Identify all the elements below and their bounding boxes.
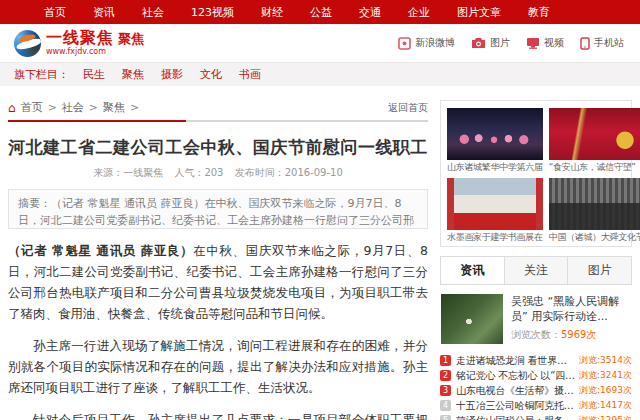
photo-card[interactable]: 山东诸城繁华中学第六届 [447, 108, 543, 175]
featured-title: 吴强忠 “黑脸人民调解员” 用实际行动诠... [511, 294, 631, 324]
nav-item-traffic[interactable]: 交通 [359, 5, 381, 20]
list-item: 4 十五冶三公司哈铜阿克托盖项目 浏览:1417次 [440, 398, 632, 413]
breadcrumb-accent-line [8, 120, 186, 122]
globe-logo-icon [14, 30, 41, 57]
breadcrumb-home[interactable]: 首页 [21, 100, 43, 115]
top-navigation: 首页 资讯 社会 123视频 财经 公益 交通 企业 图片文章 教育 [0, 0, 640, 24]
nav-item-123video[interactable]: 123视频 [191, 5, 234, 20]
article-paragraph-3: 针对今后项目工作，孙主席提出了几点要求：一是项目部全体职工要把安全当作最大的效益… [8, 409, 428, 420]
list-item-title[interactable]: 铭记党心 不忘初心 以“四讲四 [456, 369, 575, 383]
video-link[interactable]: 视频 [526, 36, 564, 50]
mobile-site-link[interactable]: 手机站 [580, 36, 624, 50]
list-item: 3 山东电视台《生活帮》摄制组来 浏览:1693次 [440, 383, 632, 398]
back-home-link[interactable]: 返回首页 [388, 101, 428, 115]
featured-article[interactable]: 吴强忠 “黑脸人民调解员” 用实际行动诠... 浏览次数：5969次 [440, 285, 632, 351]
sidebar-tabs: 资讯 关注 图片 [440, 256, 632, 285]
pictures-link[interactable]: 图片 [471, 36, 510, 50]
rank-badge: 1 [440, 355, 451, 366]
list-item-title[interactable]: 十五冶三公司哈铜阿克托盖项目 [456, 399, 575, 413]
ranked-article-list: 1 走进诸城恐龙涧 看世界地质奇观 浏览:3514次 2 铭记党心 不忘初心 以… [440, 353, 632, 420]
list-item-views: 浏览:3241次 [579, 369, 632, 382]
nav-item-home[interactable]: 首页 [44, 5, 66, 20]
list-item-title[interactable]: 菏泽仿山国税分局：服务凸显 [456, 414, 575, 420]
list-item: 2 铭记党心 不忘初心 以“四讲四 浏览:3241次 [440, 368, 632, 383]
weibo-icon [398, 37, 411, 50]
logo-url: www.fxjdv.com [46, 48, 144, 56]
article-date: 发布时间：2016-09-10 [235, 167, 343, 178]
article-popularity: 人气：203 [174, 167, 223, 178]
rank-badge: 3 [440, 385, 451, 396]
article-title: 河北建工省二建公司工会中秋、国庆节前慰问一线职工 [8, 136, 428, 159]
nav-item-enterprise[interactable]: 企业 [408, 5, 430, 20]
site-header: 一线聚焦聚焦 www.fxjdv.com 新浪微博 图片 视频 手机站 [0, 24, 640, 62]
list-item-views: 浏览:1295次 [579, 414, 632, 420]
rank-badge: 4 [440, 400, 451, 411]
article-source: 来源：一线聚焦 [93, 167, 163, 178]
logo-title: 一线聚焦 [46, 28, 114, 47]
photo-caption: 水墨画家于建学书画展在 [447, 230, 543, 245]
article-paragraph-2: 孙主席一行进入现场了解施工情况，询问工程进展和存在的困难，并分别就各个项目的实际… [8, 335, 428, 398]
photo-caption: “食安山东，诚信守望” [549, 160, 640, 175]
nav-item-finance[interactable]: 财经 [261, 5, 283, 20]
list-item-views: 浏览:3514次 [579, 354, 632, 367]
breadcrumb: ⌂ 首页 > 社会 > 聚焦 > 返回首页 [8, 100, 428, 122]
list-item: 1 走进诸城恐龙涧 看世界地质奇观 浏览:3514次 [440, 353, 632, 368]
photo-thumbnail-exhibition [447, 178, 543, 230]
camera-icon [471, 37, 486, 49]
nav-item-news[interactable]: 资讯 [93, 5, 115, 20]
sidebar: 山东诸城繁华中学第六届 “食安山东，诚信守望” 水墨画家于建学书画展在 中国（诸… [440, 100, 632, 420]
photo-thumbnail-banner [549, 108, 640, 160]
video-icon [526, 37, 540, 49]
photo-thumbnail-crowd [549, 178, 640, 230]
sub-navigation: 旗下栏目： 民生 聚焦 摄影 文化 书画 [0, 62, 640, 86]
subnav-item-sheying[interactable]: 摄影 [161, 67, 183, 82]
nav-item-photo-articles[interactable]: 图片文章 [457, 5, 501, 20]
content-area: ⌂ 首页 > 社会 > 聚焦 > 返回首页 河北建工省二建公司工会中秋、国庆节前… [0, 86, 640, 420]
article-paragraph-1: （记者 常魁星 通讯员 薛亚良）在中秋、国庆双节来临之际，9月7日、8日，河北二… [8, 240, 428, 324]
article-meta: 来源：一线聚焦 人气：203 发布时间：2016-09-10 [8, 166, 428, 180]
home-icon: ⌂ [8, 102, 16, 114]
nav-item-charity[interactable]: 公益 [310, 5, 332, 20]
rank-badge: 5 [440, 415, 451, 420]
photo-card[interactable]: 水墨画家于建学书画展在 [447, 178, 543, 245]
list-item-title[interactable]: 山东电视台《生活帮》摄制组来 [456, 384, 575, 398]
subnav-item-minsheng[interactable]: 民生 [83, 67, 105, 82]
tab-news[interactable]: 资讯 [441, 257, 505, 284]
logo-subtitle: 聚焦 [118, 31, 144, 46]
breadcrumb-jujiao[interactable]: 聚焦 [103, 100, 125, 115]
rank-badge: 2 [440, 370, 451, 381]
subnav-item-wenhua[interactable]: 文化 [200, 67, 222, 82]
tab-follow[interactable]: 关注 [505, 257, 569, 284]
photo-thumbnail-stage [447, 108, 543, 160]
weibo-link[interactable]: 新浪微博 [398, 36, 455, 50]
list-item-views: 浏览:1417次 [579, 399, 632, 412]
list-item-views: 浏览:1693次 [579, 384, 632, 397]
site-logo[interactable]: 一线聚焦聚焦 www.fxjdv.com [14, 30, 144, 57]
featured-views: 浏览次数：5969次 [511, 328, 631, 342]
list-item-title[interactable]: 走进诸城恐龙涧 看世界地质奇观 [456, 354, 575, 368]
photo-card[interactable]: 中国（诸城）大舜文化节 [549, 178, 640, 245]
mobile-icon [580, 37, 590, 50]
photo-caption: 山东诸城繁华中学第六届 [447, 160, 543, 175]
subnav-item-jujiao[interactable]: 聚焦 [122, 67, 144, 82]
main-column: ⌂ 首页 > 社会 > 聚焦 > 返回首页 河北建工省二建公司工会中秋、国庆节前… [8, 100, 428, 420]
nav-item-society[interactable]: 社会 [142, 5, 164, 20]
photo-caption: 中国（诸城）大舜文化节 [549, 230, 640, 245]
photo-card[interactable]: “食安山东，诚信守望” [549, 108, 640, 175]
sidebar-photo-grid: 山东诸城繁华中学第六届 “食安山东，诚信守望” 水墨画家于建学书画展在 中国（诸… [440, 100, 632, 247]
featured-thumbnail [441, 294, 503, 344]
tab-pictures[interactable]: 图片 [568, 257, 631, 284]
subnav-label: 旗下栏目： [14, 67, 69, 82]
subnav-item-shuhua[interactable]: 书画 [239, 67, 261, 82]
nav-item-education[interactable]: 教育 [528, 5, 550, 20]
quick-links: 新浪微博 图片 视频 手机站 [398, 36, 624, 50]
breadcrumb-society[interactable]: 社会 [62, 100, 84, 115]
article-abstract: 摘要：（记者 常魁星 通讯员 薛亚良）在中秋、国庆双节来临之际，9月7日、8日，… [8, 189, 428, 229]
list-item: 5 菏泽仿山国税分局：服务凸显 浏览:1295次 [440, 413, 632, 420]
